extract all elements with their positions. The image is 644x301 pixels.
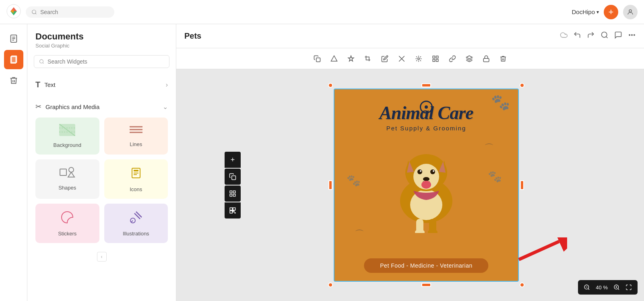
svg-point-10 bbox=[40, 60, 43, 63]
widget-grid: Background Lines Shapes bbox=[34, 114, 169, 246]
toolbar-path-btn[interactable] bbox=[394, 52, 409, 66]
svg-rect-46 bbox=[230, 194, 232, 196]
widget-panel: Documents Social Graphic T Text › ✂ Grap… bbox=[27, 24, 176, 301]
toolbar-copy-btn[interactable] bbox=[310, 52, 324, 66]
sidebar-item-trash[interactable] bbox=[4, 71, 23, 90]
grid-view-btn[interactable] bbox=[225, 186, 241, 202]
text-section-header[interactable]: T Text › bbox=[34, 77, 169, 93]
svg-rect-51 bbox=[233, 211, 234, 212]
deco-arc-bl: ⌒ bbox=[355, 228, 364, 241]
stickers-label: Stickers bbox=[58, 231, 76, 237]
design-target-icon bbox=[420, 101, 433, 113]
widget-card-shapes[interactable]: Shapes bbox=[35, 159, 99, 199]
deco-paw-tr: 🐾 bbox=[488, 170, 502, 183]
handle-top-middle[interactable] bbox=[421, 83, 431, 87]
design-subtitle: Pet Supply & Grooming bbox=[334, 125, 518, 132]
shapes-label: Shapes bbox=[58, 185, 76, 191]
lines-label: Lines bbox=[130, 141, 142, 147]
toolbar-effect-btn[interactable] bbox=[411, 52, 426, 66]
svg-rect-37 bbox=[433, 56, 435, 58]
canvas-title: Pets bbox=[184, 31, 201, 41]
zoom-in-button[interactable] bbox=[611, 282, 622, 293]
widget-search-bar[interactable] bbox=[34, 55, 169, 68]
widget-search-input[interactable] bbox=[47, 58, 164, 65]
handle-bottom-right[interactable] bbox=[520, 282, 524, 287]
redo-icon[interactable] bbox=[587, 31, 595, 41]
svg-rect-48 bbox=[230, 208, 232, 210]
handle-bottom-left[interactable] bbox=[328, 282, 333, 287]
handle-middle-left[interactable] bbox=[328, 180, 332, 190]
panel-title: Documents bbox=[35, 31, 168, 42]
search-bar[interactable] bbox=[26, 6, 114, 18]
design-footer: Pet Food - Medicine - Veterinarian bbox=[364, 258, 488, 273]
toolbar-shape-btn[interactable] bbox=[327, 52, 341, 66]
logo bbox=[6, 4, 21, 20]
graphics-section-label: Graphics and Media bbox=[45, 103, 99, 110]
icon-sidebar bbox=[0, 24, 27, 301]
background-widget-icon bbox=[59, 124, 75, 139]
design-card-wrapper[interactable]: Animal Care Pet Supply & Grooming 🐾 🐾 ⌒ … bbox=[334, 89, 519, 282]
svg-point-30 bbox=[602, 32, 607, 37]
icons-widget-icon bbox=[129, 166, 143, 183]
svg-rect-49 bbox=[233, 208, 235, 210]
widget-card-icons[interactable]: Icons bbox=[104, 159, 168, 199]
svg-rect-39 bbox=[433, 59, 435, 61]
comment-icon[interactable] bbox=[614, 31, 622, 41]
canvas-toolbar bbox=[176, 48, 644, 69]
svg-rect-19 bbox=[60, 169, 66, 175]
svg-line-27 bbox=[134, 213, 140, 219]
svg-rect-9 bbox=[11, 56, 17, 63]
svg-point-65 bbox=[423, 177, 429, 181]
fullscreen-button[interactable] bbox=[623, 282, 634, 293]
deco-brown-paw: 🐾 bbox=[491, 93, 510, 111]
toolbar-layers-btn[interactable] bbox=[462, 52, 477, 66]
svg-rect-44 bbox=[230, 191, 232, 193]
toolbar-link-btn[interactable] bbox=[445, 52, 460, 66]
search-canvas-icon[interactable] bbox=[601, 31, 609, 41]
handle-middle-right[interactable] bbox=[520, 180, 524, 190]
text-section-label: Text bbox=[44, 81, 56, 88]
svg-rect-52 bbox=[235, 212, 235, 213]
toolbar-edit-btn[interactable] bbox=[378, 52, 392, 66]
svg-rect-50 bbox=[230, 211, 232, 213]
sidebar-item-pages[interactable] bbox=[4, 50, 23, 69]
svg-rect-35 bbox=[316, 58, 320, 62]
toolbar-magic-btn[interactable] bbox=[344, 52, 358, 66]
widget-card-lines[interactable]: Lines bbox=[104, 118, 168, 155]
design-card[interactable]: Animal Care Pet Supply & Grooming 🐾 🐾 ⌒ … bbox=[334, 89, 519, 282]
deco-arc-tr2: ⌒ bbox=[484, 142, 494, 155]
svg-line-2 bbox=[35, 13, 37, 14]
duplicate-element-btn[interactable] bbox=[225, 169, 241, 185]
qr-code-btn[interactable] bbox=[225, 202, 241, 219]
zoom-out-button[interactable] bbox=[581, 282, 592, 293]
brand-label[interactable]: DocHipo ▾ bbox=[572, 8, 599, 15]
toolbar-grid-btn[interactable] bbox=[428, 52, 443, 66]
toolbar-lock-btn[interactable] bbox=[479, 52, 493, 66]
panel-collapse-handle[interactable]: ‹ bbox=[97, 252, 107, 262]
toolbar-crop-btn[interactable] bbox=[361, 52, 375, 66]
user-avatar[interactable] bbox=[623, 5, 638, 19]
svg-point-62 bbox=[430, 169, 435, 174]
svg-line-26 bbox=[136, 212, 142, 217]
widget-search-icon bbox=[39, 59, 44, 64]
cloud-save-icon[interactable] bbox=[559, 31, 568, 41]
widget-card-stickers[interactable]: Stickers bbox=[35, 204, 99, 243]
add-element-btn[interactable]: + bbox=[225, 152, 241, 168]
more-options-icon[interactable] bbox=[628, 31, 636, 41]
graphics-section-header[interactable]: ✂ Graphics and Media ⌄ bbox=[34, 99, 169, 114]
sidebar-item-document[interactable] bbox=[4, 29, 23, 48]
add-button[interactable]: + bbox=[604, 5, 618, 19]
handle-top-right[interactable] bbox=[520, 83, 524, 88]
handle-top-left[interactable] bbox=[328, 83, 333, 88]
widget-card-background[interactable]: Background bbox=[35, 118, 99, 155]
svg-point-32 bbox=[629, 35, 630, 36]
undo-icon[interactable] bbox=[573, 31, 581, 41]
canvas-header: Pets bbox=[176, 24, 644, 48]
search-input[interactable] bbox=[40, 9, 101, 15]
widget-card-illustrations[interactable]: Illustrations bbox=[104, 204, 168, 243]
canvas-workspace[interactable]: + Animal Care bbox=[176, 69, 644, 301]
top-navbar: DocHipo ▾ + bbox=[0, 0, 644, 24]
handle-bottom-middle[interactable] bbox=[421, 283, 431, 287]
toolbar-delete-btn[interactable] bbox=[496, 52, 510, 66]
illustrations-widget-icon bbox=[129, 210, 143, 227]
